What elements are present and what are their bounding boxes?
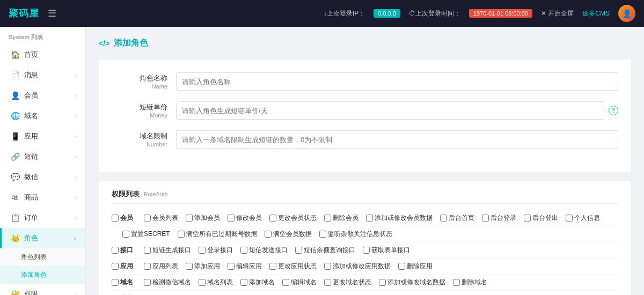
sidebar-label-domain: 域名 bbox=[24, 111, 38, 121]
header-right: ↓上次登录IP： 0.0.0.0 ⏱上次登录时间： 1970-01-01 08:… bbox=[324, 5, 635, 22]
sidebar-label-app: 应用 bbox=[24, 131, 38, 141]
form-row-domain-limit: 域名限制 Number bbox=[112, 130, 618, 149]
sidebar-item-goods[interactable]: 🛍 商品 › bbox=[0, 187, 85, 208]
sidebar-label-permission: 权限 bbox=[24, 289, 38, 295]
perm-section-app[interactable]: 应用 bbox=[112, 262, 133, 271]
sidebar: System 列表 🏠 首页 📄 消息 › 👤 会员 › 🌐 域 bbox=[0, 27, 86, 295]
role-name-label: 角色名称 Name bbox=[112, 73, 176, 90]
role-icon: 👑 bbox=[10, 234, 20, 242]
perm-row-member: 会员 会员列表 添加会员 修改会员 更改会员状态 删除会员 添加或修改会员数据 … bbox=[112, 210, 618, 226]
chevron-right-icon: › bbox=[75, 72, 77, 78]
perm-checkbox-app[interactable] bbox=[112, 263, 119, 270]
goods-icon: 🛍 bbox=[10, 193, 20, 202]
perm-row-member-extra: 置置SECRET 满空所有已过期账号数据 满空会员数据 监听杂散关注信息状态 bbox=[112, 226, 618, 242]
page-header: </> 添加角色 bbox=[99, 38, 631, 49]
last-login-time: 1970-01-01 08:00:00 bbox=[469, 9, 532, 18]
perm-section-domain[interactable]: 域名 bbox=[112, 278, 133, 287]
perm-checkbox-member[interactable] bbox=[112, 215, 119, 222]
chevron-down-icon: ∨ bbox=[73, 235, 77, 241]
perm-section-interface[interactable]: 接口 bbox=[112, 246, 133, 255]
chevron-right-icon: › bbox=[75, 154, 77, 160]
chevron-right-icon: › bbox=[75, 93, 77, 99]
money-label: 短链单价 Money bbox=[112, 102, 176, 119]
message-icon: 📄 bbox=[10, 71, 20, 79]
perm-row-message: 消息 消息列表 bbox=[112, 291, 618, 295]
avatar[interactable]: 👤 bbox=[618, 5, 635, 22]
sidebar-sub-label-role-list: 角色列表 bbox=[21, 253, 47, 261]
permission-icon: 🔐 bbox=[10, 290, 20, 295]
fullscreen-button[interactable]: ✕ 开启全屏 bbox=[541, 9, 574, 18]
sidebar-item-shortlink[interactable]: 🔗 短链 › bbox=[0, 146, 85, 167]
sidebar-item-wechat[interactable]: 💬 微信 › bbox=[0, 167, 85, 187]
sidebar-sub-label-add-role: 添加角色 bbox=[21, 271, 47, 278]
menu-toggle-icon[interactable]: ☰ bbox=[48, 8, 56, 19]
role-name-input[interactable] bbox=[176, 72, 618, 91]
perm-row-domain: 域名 检测微信域名 域名列表 添加域名 编辑域名 更改域名状态 添加或修改域名数… bbox=[112, 275, 618, 291]
order-icon: 📋 bbox=[10, 213, 20, 222]
help-icon[interactable]: ? bbox=[609, 106, 618, 115]
sidebar-section-label: System 列表 bbox=[0, 27, 85, 45]
last-login-ip: 0.0.0.0 bbox=[374, 9, 400, 18]
shortlink-icon: 🔗 bbox=[10, 152, 20, 161]
sidebar-item-domain[interactable]: 🌐 域名 › bbox=[0, 106, 85, 126]
header-left: 聚码屋 ☰ bbox=[9, 7, 56, 20]
sidebar-sub-item-role-list[interactable]: 角色列表 bbox=[0, 248, 85, 266]
sidebar-sub-item-add-role[interactable]: 添加角色 bbox=[0, 266, 85, 284]
chevron-right-icon: › bbox=[75, 134, 77, 139]
permissions-section: 权限列表 RoleAuth 会员 会员列表 添加会员 修改会员 更改会员状态 删… bbox=[99, 181, 631, 295]
perm-row-interface: 接口 短链生成接口 登录接口 短信发送接口 短信余额查询接口 获取表单接口 bbox=[112, 242, 618, 259]
sidebar-label-message: 消息 bbox=[24, 70, 38, 80]
perm-checkbox-domain[interactable] bbox=[112, 279, 119, 286]
sidebar-item-member[interactable]: 👤 会员 › bbox=[0, 85, 85, 106]
page-title: 添加角色 bbox=[114, 38, 148, 49]
domain-limit-label: 域名限制 Number bbox=[112, 131, 176, 148]
chevron-right-icon: › bbox=[75, 113, 77, 119]
chevron-right-icon: › bbox=[75, 174, 77, 180]
form-row-money: 短链单价 Money ? bbox=[112, 101, 618, 120]
sidebar-item-role[interactable]: 👑 角色 ∨ bbox=[0, 228, 85, 248]
member-icon: 👤 bbox=[10, 91, 20, 100]
chevron-right-icon: › bbox=[75, 291, 77, 296]
app-icon: 📱 bbox=[10, 132, 20, 141]
perm-section-member[interactable]: 会员 bbox=[112, 213, 133, 223]
form-row-role-name: 角色名称 Name bbox=[112, 72, 618, 91]
sidebar-label-wechat: 微信 bbox=[24, 172, 38, 182]
permissions-title: 权限列表 RoleAuth bbox=[112, 189, 618, 204]
chevron-right-icon: › bbox=[75, 215, 77, 221]
chevron-right-icon: › bbox=[75, 195, 77, 201]
sidebar-item-home[interactable]: 🏠 首页 bbox=[0, 45, 85, 65]
domain-icon: 🌐 bbox=[10, 112, 20, 120]
sidebar-item-order[interactable]: 📋 订单 › bbox=[0, 208, 85, 228]
sidebar-item-app[interactable]: 📱 应用 › bbox=[0, 126, 85, 146]
main-content: </> 添加角色 角色名称 Name 短链单价 Money bbox=[86, 27, 644, 295]
last-login-ip-label: ↓上次登录IP： bbox=[324, 9, 365, 18]
sidebar-label-shortlink: 短链 bbox=[24, 152, 38, 161]
sidebar-label-member: 会员 bbox=[24, 91, 38, 100]
perm-row-app: 应用 应用列表 添加应用 编辑应用 更改应用状态 添加或修改应用数据 删除应用 bbox=[112, 259, 618, 275]
header: 聚码屋 ☰ ↓上次登录IP： 0.0.0.0 ⏱上次登录时间： 1970-01-… bbox=[0, 0, 644, 27]
home-icon: 🏠 bbox=[10, 50, 20, 59]
logo: 聚码屋 bbox=[9, 7, 39, 20]
sidebar-item-permission[interactable]: 🔐 权限 › bbox=[0, 284, 85, 295]
sidebar-label-goods: 商品 bbox=[24, 193, 38, 202]
perm-checkbox-interface[interactable] bbox=[112, 247, 119, 254]
sidebar-label-role: 角色 bbox=[24, 233, 38, 243]
cms-link[interactable]: 途多CMS bbox=[582, 9, 610, 18]
wechat-icon: 💬 bbox=[10, 173, 20, 181]
sidebar-label-order: 订单 bbox=[24, 213, 38, 223]
layout: System 列表 🏠 首页 📄 消息 › 👤 会员 › 🌐 域 bbox=[0, 27, 644, 295]
sidebar-role-submenu: 角色列表 添加角色 bbox=[0, 248, 85, 284]
sidebar-item-message[interactable]: 📄 消息 › bbox=[0, 65, 85, 85]
last-login-time-label: ⏱上次登录时间： bbox=[409, 9, 460, 18]
form-card: 角色名称 Name 短链单价 Money ? 域名限制 bbox=[99, 60, 631, 172]
money-input[interactable] bbox=[176, 101, 604, 120]
domain-limit-input[interactable] bbox=[176, 130, 618, 149]
page-header-icon: </> bbox=[99, 39, 109, 48]
sidebar-label-home: 首页 bbox=[24, 50, 38, 60]
